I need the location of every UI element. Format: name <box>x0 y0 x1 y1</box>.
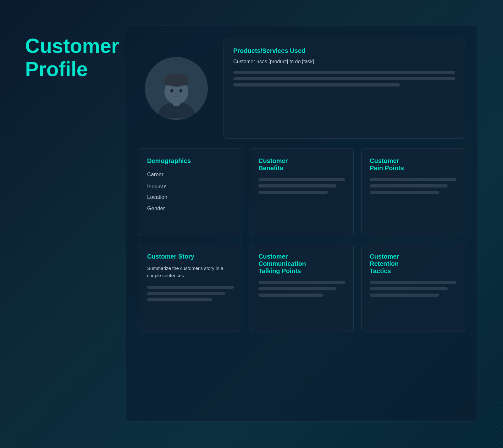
svg-line-13 <box>472 417 503 448</box>
customer-story-card: Customer Story Summarize the customer's … <box>139 244 242 332</box>
list-item: Industry <box>147 180 234 192</box>
customer-benefits-card: Customer Benefits <box>250 148 354 236</box>
placeholder-line <box>233 83 400 87</box>
svg-point-7 <box>180 89 183 92</box>
customer-pain-points-card: Customer Pain Points <box>361 148 465 236</box>
placeholder-line <box>258 178 345 181</box>
placeholder-line <box>370 294 439 297</box>
placeholder-line <box>147 286 234 289</box>
svg-line-19 <box>500 445 503 448</box>
placeholder-line <box>258 184 336 188</box>
svg-line-16 <box>486 431 503 448</box>
customer-retention-card: Customer Retention Tactics <box>361 244 465 332</box>
placeholder-line <box>370 191 439 194</box>
svg-line-12 <box>467 412 503 448</box>
customer-communication-title: Customer Communication Talking Points <box>258 253 345 275</box>
placeholder-line <box>258 287 336 290</box>
list-item: Location <box>147 192 234 203</box>
svg-line-10 <box>457 402 503 448</box>
svg-point-6 <box>170 89 174 92</box>
placeholder-line <box>258 281 345 284</box>
customer-retention-title: Customer Retention Tactics <box>370 253 456 275</box>
customer-story-title: Customer Story <box>147 253 234 260</box>
demographics-list: Career Industry Location Gender <box>147 169 234 214</box>
demographics-card: Demographics Career Industry Location Ge… <box>139 148 242 236</box>
svg-rect-5 <box>164 80 188 85</box>
placeholder-line <box>370 287 448 290</box>
page-title: Customer Profile <box>25 35 119 81</box>
placeholder-line <box>147 292 225 295</box>
products-services-title: Products/Services Used <box>233 47 455 54</box>
placeholder-line <box>233 77 455 80</box>
products-services-card: Products/Services Used Customer uses [pr… <box>224 38 465 139</box>
middle-grid: Demographics Career Industry Location Ge… <box>139 148 465 236</box>
svg-line-9 <box>453 398 503 448</box>
customer-benefits-title: Customer Benefits <box>258 157 345 172</box>
customer-story-description: Summarize the customer's story in a coup… <box>147 265 234 279</box>
customer-pain-points-title: Customer Pain Points <box>370 157 456 172</box>
bottom-grid: Customer Story Summarize the customer's … <box>139 244 465 332</box>
decorative-lines <box>446 391 503 448</box>
placeholder-line <box>370 178 456 181</box>
placeholder-line <box>370 184 448 188</box>
top-section: Products/Services Used Customer uses [pr… <box>139 38 465 139</box>
placeholder-line <box>233 71 455 74</box>
customer-communication-card: Customer Communication Talking Points <box>250 244 354 332</box>
list-item: Gender <box>147 203 234 214</box>
demographics-title: Demographics <box>147 157 234 165</box>
svg-line-18 <box>495 440 503 448</box>
main-card: Products/Services Used Customer uses [pr… <box>126 25 478 422</box>
list-item: Career <box>147 169 234 180</box>
svg-line-15 <box>481 426 503 448</box>
placeholder-line <box>258 191 328 194</box>
placeholder-line <box>147 298 212 301</box>
products-services-description: Customer uses [product] to do [task] <box>233 59 455 64</box>
avatar <box>145 57 208 120</box>
placeholder-line <box>258 294 323 297</box>
avatar-container <box>139 38 214 139</box>
placeholder-line <box>370 281 456 284</box>
